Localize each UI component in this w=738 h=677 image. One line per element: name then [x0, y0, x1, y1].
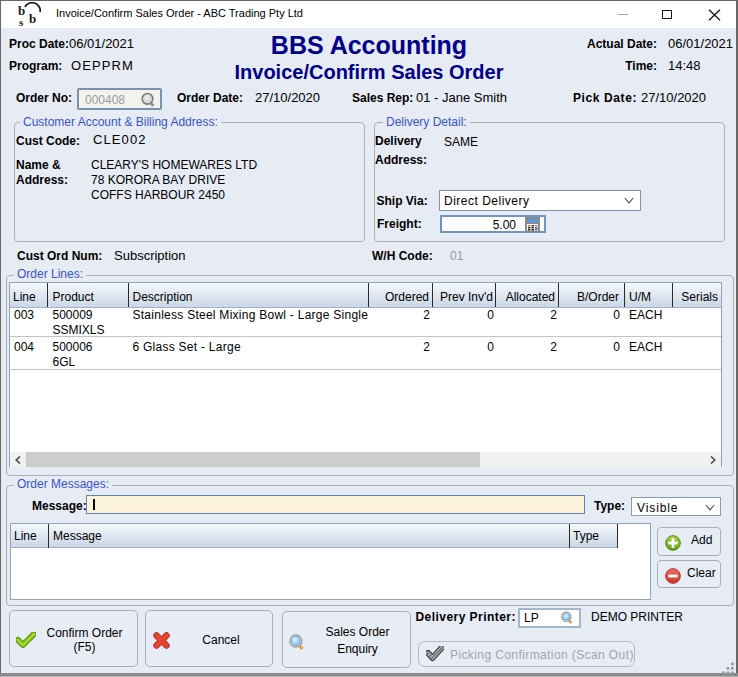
svg-text:s: s — [19, 16, 24, 28]
svg-text:b: b — [29, 11, 36, 26]
